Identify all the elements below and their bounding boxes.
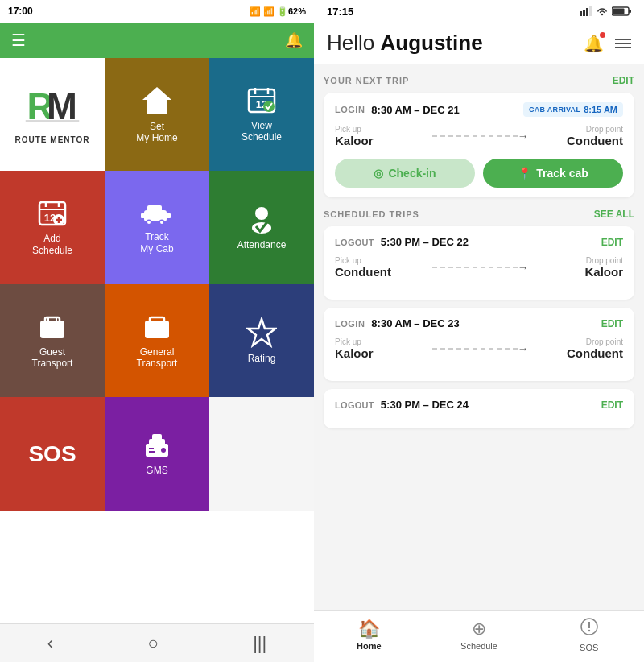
scheduled-trip-2: LOGIN 8:30 AM – DEC 23 EDIT Pick up Kalo… [324,308,634,381]
pickup-drop-row: Pick up Kaloor → Drop point Conduent [335,125,623,147]
next-trip-edit[interactable]: EDIT [613,75,634,86]
empty-cell [209,397,314,510]
trip-2-info: LOGIN 8:30 AM – DEC 23 [335,317,460,329]
home-button-left[interactable]: ○ [131,628,174,659]
trip-2-pickup: Pick up Kaloor [335,337,427,360]
svg-point-52 [588,629,589,631]
trip-1-line: → [427,267,530,268]
rating-icon [246,317,277,348]
trip-2-route: Pick up Kaloor → Drop point Conduent [335,337,623,360]
svg-rect-44 [586,8,588,16]
trip-1-drop: Drop point Kaloor [530,256,623,279]
scheduled-title: SCHEDULED TRIPS [324,209,419,219]
greeting-text: Hello Augustine [327,31,483,56]
logo-cell: R M ROUTE MENTOR [0,58,105,171]
track-cab-icon [141,201,173,226]
svg-rect-42 [580,11,582,16]
trip-2-type: LOGIN [335,319,365,329]
scheduled-trip-3: LOGOUT 5:30 PM – DEC 24 EDIT [324,389,634,428]
set-home-label: SetMy Home [136,121,177,144]
next-trip-title: YOUR NEXT TRIP [324,76,409,85]
arrow-icon-1: → [518,261,529,274]
svg-rect-48 [613,9,625,14]
view-schedule-label: ViewSchedule [242,120,282,143]
svg-marker-4 [142,87,171,114]
svg-point-41 [161,448,166,453]
home-tab-label: Home [357,641,382,651]
sos-tab-icon [580,617,599,641]
tab-schedule[interactable]: ⊕ Schedule [424,614,535,656]
svg-rect-43 [583,10,585,16]
general-transport-button[interactable]: GeneralTransport [105,284,209,397]
arrow-icon: → [518,130,529,143]
svg-text:M: M [47,86,77,127]
rating-button[interactable]: Rating [209,284,314,397]
guest-transport-label: GuestTransport [32,346,73,370]
attendance-button[interactable]: Attendance [209,171,314,283]
trip-1-pickup: Pick up Conduent [335,256,427,279]
schedule-icon: 12 [247,86,276,115]
svg-point-22 [147,221,151,224]
tab-sos[interactable]: SOS [534,612,644,657]
gms-icon [141,431,173,460]
see-all-button[interactable]: SEE ALL [594,209,634,220]
hamburger-menu[interactable]: ☰ [11,31,26,50]
trip-meta-row: LOGIN 8:30 AM – DEC 21 CAB ARRIVAL 8:15 … [335,102,623,117]
trip-type-login: LOGIN [335,105,365,114]
add-schedule-button[interactable]: 12 AddSchedule [0,171,105,283]
checkin-button[interactable]: ◎ Check-in [335,159,475,188]
drop-label: Drop point [530,125,623,134]
sos-button[interactable]: SOS [0,397,105,510]
scheduled-trips-header: SCHEDULED TRIPS SEE ALL [324,209,634,220]
recent-button[interactable]: ||| [237,628,283,659]
route-line: → [427,135,530,137]
drop-value: Conduent [530,134,623,147]
checkin-icon: ◎ [374,167,383,180]
pickup-section: Pick up Kaloor [335,125,427,147]
rating-label: Rating [248,353,276,364]
trip-3-type: LOGOUT [335,400,374,410]
trip-login-info: LOGIN 8:30 AM – DEC 21 [335,104,460,116]
notification-dot [600,32,605,38]
trip-2-edit[interactable]: EDIT [601,318,623,329]
trip-1-edit[interactable]: EDIT [601,237,623,248]
svg-rect-20 [147,205,162,213]
left-phone: 17:00 📶 📶 🔋62% ☰ 🔔 R M ROUTE MENTOR [0,0,314,662]
trip-2-time: 8:30 AM – DEC 23 [371,317,459,329]
menu-grid: R M ROUTE MENTOR SetMy Home 12 [0,58,314,623]
view-schedule-button[interactable]: 12 ViewSchedule [209,58,314,171]
status-bar-left: 17:00 📶 📶 🔋62% [0,0,314,23]
pickup-value: Kaloor [335,134,427,147]
set-home-button[interactable]: SetMy Home [105,58,209,171]
track-cab-button-right[interactable]: 📍 Track cab [483,159,623,188]
trip-login-time: 8:30 AM – DEC 21 [371,104,459,116]
track-cab-button[interactable]: TrackMy Cab [105,171,209,283]
home-icon [141,85,173,116]
time-left: 17:00 [8,6,33,17]
svg-rect-38 [152,434,162,442]
scheduled-trip-1: LOGOUT 5:30 PM – DEC 22 EDIT Pick up Con… [324,226,634,300]
gms-button[interactable]: GMS [105,397,209,510]
svg-rect-25 [141,213,145,218]
guest-transport-button[interactable]: GuestTransport [0,284,105,397]
bell-container: 🔔 [584,34,604,53]
green-header: ☰ 🔔 [0,23,314,58]
trip-3-edit[interactable]: EDIT [601,399,623,411]
back-button[interactable]: ‹ [31,628,69,659]
bell-icon-left[interactable]: 🔔 [285,31,303,49]
general-transport-icon [142,312,172,341]
trip-1-type: LOGOUT [335,238,374,247]
menu-icon[interactable] [615,39,631,48]
right-phone: 17:15 Hello Augustine 🔔 YOUR NEXT [314,0,644,662]
attendance-icon [246,204,277,234]
tab-home[interactable]: 🏠 Home [314,614,424,656]
schedule-tab-icon: ⊕ [472,619,486,639]
bottom-nav-left: ‹ ○ ||| [0,623,314,662]
trip-1-time: 5:30 PM – DEC 22 [381,236,469,248]
add-schedule-icon: 12 [38,199,67,228]
bottom-tab-bar: 🏠 Home ⊕ Schedule SOS [314,610,644,662]
trip-3-meta: LOGOUT 5:30 PM – DEC 24 EDIT [335,399,623,411]
location-icon: 📍 [518,167,531,180]
header-icons: 🔔 [584,34,631,53]
gms-label: GMS [146,465,167,476]
